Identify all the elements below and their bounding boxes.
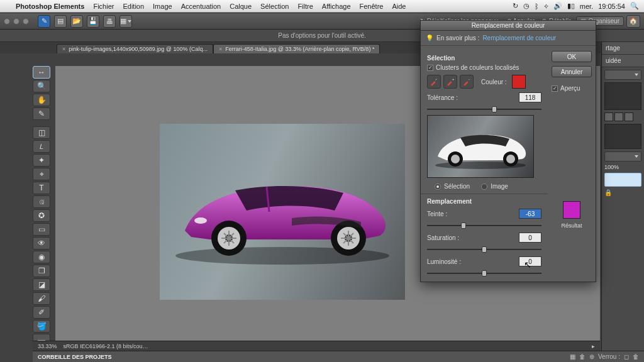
edit-mode-button[interactable]: ✎	[38, 15, 50, 28]
cancel-button[interactable]: Annuler	[552, 66, 592, 77]
layer-mode-dropdown[interactable]	[604, 151, 641, 162]
tool-smart-brush[interactable]: ✐	[33, 306, 50, 319]
tool-recompose[interactable]: ▭	[33, 223, 50, 236]
radio-selection[interactable]: Sélection	[435, 183, 470, 190]
tool-quick-select[interactable]: ⌖	[33, 168, 50, 180]
lum-input[interactable]: 0	[519, 256, 541, 266]
tolerance-slider[interactable]	[427, 106, 541, 112]
volume-icon[interactable]: 🔊	[553, 2, 562, 10]
localized-clusters-check[interactable]: ✓ Clusters de couleurs localisés	[427, 64, 541, 71]
open-button[interactable]: 📂	[70, 15, 83, 28]
hue-input[interactable]: -63	[519, 209, 541, 219]
eyedropper-add-button[interactable]: +	[443, 75, 457, 89]
home-button[interactable]: 🏠	[626, 15, 640, 28]
hue-slider[interactable]	[427, 222, 541, 229]
tab-document-1[interactable]: ×pink-tulip-images,1440x900,50989.jpg @ …	[57, 44, 213, 53]
menu-image[interactable]: Image	[148, 3, 177, 10]
menu-affichage[interactable]: Affichage	[318, 3, 355, 10]
close-icon[interactable]: ×	[62, 46, 65, 52]
bin-icon-trash[interactable]: 🗑	[633, 353, 639, 360]
tab-guide[interactable]: uidée	[602, 55, 644, 67]
eyedropper-button[interactable]	[427, 75, 441, 89]
status-menu-icon[interactable]: ▸	[592, 343, 595, 349]
lum-slider[interactable]	[427, 270, 541, 277]
color-label: Couleur :	[481, 79, 507, 85]
eyedropper-sub-button[interactable]: -	[460, 75, 474, 89]
svg-point-20	[451, 155, 460, 163]
effects-row[interactable]	[604, 112, 641, 121]
tool-crop[interactable]: ⟃	[33, 195, 50, 208]
histogram-panel	[604, 124, 641, 149]
result-label: Résultat	[552, 222, 592, 229]
sync-icon[interactable]: ↻	[513, 2, 518, 10]
effects-dropdown[interactable]	[604, 70, 641, 80]
tool-eraser[interactable]: ◪	[33, 278, 50, 291]
result-color-swatch[interactable]	[563, 201, 580, 219]
project-bin-title: CORBEILLE DES PROJETS	[38, 354, 112, 360]
tool-move[interactable]: ↔	[33, 66, 50, 79]
menu-aide[interactable]: Aide	[387, 3, 410, 10]
ok-button[interactable]: OK	[552, 51, 592, 62]
save-button[interactable]: 💾	[87, 15, 99, 28]
tip-link[interactable]: Remplacement de couleur	[482, 35, 556, 41]
bin-lock-label: Verrou :	[598, 353, 620, 360]
tool-lasso[interactable]: 𝘓	[33, 140, 50, 153]
tool-cookie-cutter[interactable]: ✪	[33, 209, 50, 222]
menu-selection[interactable]: Sélection	[256, 3, 293, 10]
checkbox-icon[interactable]: ✓	[552, 85, 558, 92]
tool-spot-heal[interactable]: ◉	[33, 251, 50, 263]
tab-document-2[interactable]: ×Ferrari-458-Italia.jpg @ 33.3% (Arrière…	[213, 44, 380, 53]
hue-label: Teinte :	[427, 211, 447, 217]
tool-clone[interactable]: ❒	[33, 265, 50, 277]
tool-eyedropper[interactable]: ✎	[33, 107, 50, 120]
sat-slider[interactable]	[427, 246, 541, 253]
lock-label: 🔒	[604, 189, 641, 196]
window-controls[interactable]	[4, 18, 29, 25]
bin-icon-delete[interactable]: 🗑	[579, 353, 586, 360]
tolerance-label: Tolérance :	[427, 94, 458, 101]
time-machine-icon[interactable]: ◷	[523, 2, 530, 10]
source-color-swatch[interactable]	[512, 75, 526, 89]
layer-thumbnail[interactable]	[604, 173, 641, 187]
zoom-level[interactable]: 33.33%	[38, 343, 57, 349]
radio-image[interactable]: Image	[481, 183, 508, 190]
tool-hand[interactable]: ✋	[33, 94, 50, 106]
spotlight-icon[interactable]: 🔍	[630, 2, 639, 10]
menu-fenetre[interactable]: Fenêtre	[355, 3, 388, 10]
menu-edition[interactable]: Edition	[118, 3, 148, 10]
tool-type[interactable]: T	[33, 182, 50, 194]
battery-icon[interactable]: ▮▯	[567, 2, 575, 10]
menu-accentuation[interactable]: Accentuation	[177, 3, 226, 10]
close-icon[interactable]: ×	[219, 46, 222, 52]
bin-icon-new[interactable]: ⊕	[589, 353, 594, 360]
layout-button[interactable]: ▦	[119, 15, 132, 28]
bin-icon-grid[interactable]: ▦	[570, 353, 575, 360]
tab-partage[interactable]: rtage	[602, 42, 644, 55]
app-name[interactable]: Photoshop Elements	[11, 3, 89, 10]
preview-check[interactable]: ✓ Aperçu	[552, 85, 592, 92]
project-bin[interactable]: CORBEILLE DES PROJETS ▦ 🗑 ⊕ Verrou : ◻ 🗑	[33, 351, 644, 362]
tolerance-input[interactable]: 118	[519, 92, 541, 102]
tool-redeye[interactable]: 👁	[33, 237, 50, 250]
radio-icon[interactable]	[481, 184, 487, 190]
tool-magic-wand[interactable]: ✦	[33, 154, 50, 167]
bin-icon-lock[interactable]: ◻	[624, 353, 629, 360]
tool-marquee[interactable]: ◫	[33, 126, 50, 139]
tool-bucket[interactable]: 🪣	[33, 320, 50, 332]
effects-grid[interactable]	[604, 82, 641, 110]
sat-label: Saturation :	[427, 234, 459, 241]
wifi-icon[interactable]: ⟡	[544, 2, 548, 10]
tool-brush[interactable]: 🖌	[33, 292, 50, 305]
opacity-value[interactable]: 100%	[604, 164, 641, 170]
new-doc-button[interactable]: ▤	[54, 15, 67, 28]
radio-icon[interactable]	[435, 184, 441, 190]
tool-zoom[interactable]: 🔍	[33, 80, 50, 92]
menu-fichier[interactable]: Fichier	[89, 3, 118, 10]
mac-menubar: Photoshop Elements Fichier Edition Image…	[0, 0, 644, 13]
sat-input[interactable]: 0	[519, 233, 541, 243]
menu-calque[interactable]: Calque	[225, 3, 256, 10]
print-button[interactable]: 🖶	[103, 15, 116, 28]
bluetooth-icon[interactable]: ᛒ	[535, 3, 539, 10]
checkbox-icon[interactable]: ✓	[427, 65, 433, 71]
menu-filtre[interactable]: Filtre	[293, 3, 317, 10]
